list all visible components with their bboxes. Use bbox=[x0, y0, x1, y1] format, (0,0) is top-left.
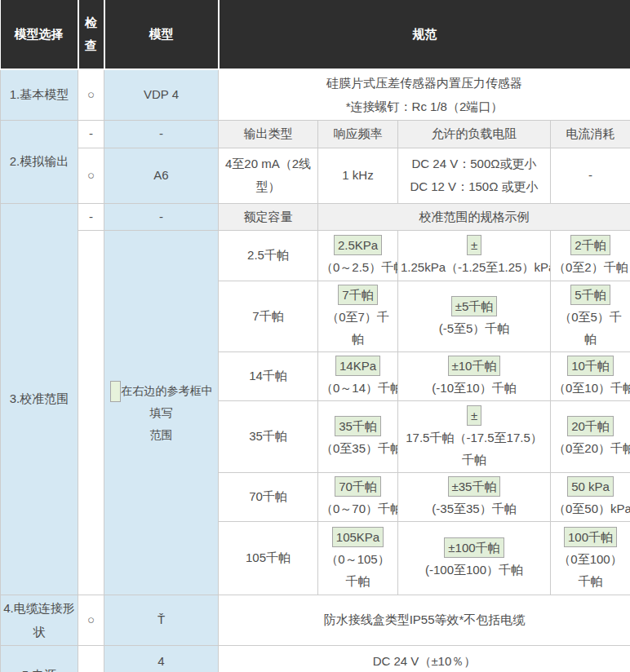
analog-output-subheader-check: - bbox=[78, 121, 104, 148]
calibration-row-2-5kpa: 在右边的参考框中填写 范围 2.5千帕 2.5KPa （0～2.5）千帕 ± 1… bbox=[1, 231, 630, 281]
range-text: （0～14）千帕 bbox=[321, 377, 395, 399]
range-badge[interactable]: 70千帕 bbox=[335, 476, 381, 497]
range-badge[interactable]: 14KPa bbox=[335, 356, 380, 376]
range-example-cell: 7千帕 （0至7）千帕 bbox=[318, 281, 398, 352]
analog-output-subheader-row: 2.模拟输出 - - 输出类型 响应频率 允许的负载电阻 电流消耗 bbox=[1, 121, 630, 148]
range-text: 17.5千帕（-17.5至17.5）千帕 bbox=[401, 427, 548, 471]
basic-model-row: 1.基本模型 ○ VDP 4 硅膜片式压差传感器内置压力传感器 *连接螺钉：Rc… bbox=[1, 69, 630, 121]
range-text: (-35至35）千帕 bbox=[401, 497, 548, 519]
range-example-cell: 10千帕 （0至10）千帕 bbox=[551, 352, 630, 401]
rated-capacity-cell: 14千帕 bbox=[219, 352, 318, 401]
range-text: (-5至5）千帕 bbox=[401, 317, 548, 339]
cable-connection-label: 4.电缆连接形状 bbox=[1, 595, 78, 646]
range-badge[interactable]: 105KPa bbox=[332, 527, 384, 547]
basic-model-check[interactable]: ○ bbox=[78, 69, 104, 121]
basic-model-code: VDP 4 bbox=[104, 69, 219, 121]
rated-capacity-cell: 70千帕 bbox=[219, 473, 318, 522]
check-circle-icon[interactable]: ○ bbox=[87, 87, 95, 101]
range-text: (-10至10）千帕 bbox=[401, 377, 548, 399]
model-selection-table: 模型选择 检查 模型 规范 1.基本模型 ○ VDP 4 硅膜片式压差传感器内置… bbox=[0, 0, 630, 672]
check-circle-icon[interactable]: ○ bbox=[87, 612, 95, 626]
output-type-value: 4至20 mA（2线型） bbox=[219, 148, 318, 203]
range-badge[interactable]: ± bbox=[467, 405, 481, 426]
range-badge[interactable]: ± bbox=[467, 235, 481, 255]
header-model-selection: 模型选择 bbox=[1, 0, 78, 69]
rated-capacity-cell: 2.5千帕 bbox=[219, 231, 318, 281]
range-badge[interactable]: ±10千帕 bbox=[448, 356, 501, 376]
load-resistance-value: DC 24 V：500Ω或更小 DC 12 V：150Ω 或更小 bbox=[398, 148, 551, 203]
subheader-range-examples: 校准范围的规格示例 bbox=[318, 203, 630, 231]
range-example-cell: ± 1.25kPa（-1.25至1.25）kPa bbox=[398, 231, 551, 281]
analog-output-label: 2.模拟输出 bbox=[1, 121, 78, 204]
calibration-check-cell[interactable] bbox=[78, 231, 104, 595]
range-badge[interactable]: 10千帕 bbox=[567, 356, 614, 376]
range-example-cell: 100千帕 （0至100）千帕 bbox=[551, 522, 630, 595]
range-badge[interactable]: 2.5KPa bbox=[334, 235, 382, 255]
model-note-line1: 在右边的参考框中填写 bbox=[122, 384, 213, 419]
table-header-row: 模型选择 检查 模型 规范 bbox=[1, 0, 630, 69]
power-supply-row-24v: 5.电源 4 DC 24 V（±10％） bbox=[1, 646, 630, 672]
range-badge[interactable]: ±35千帕 bbox=[448, 476, 501, 497]
range-badge[interactable]: ±100千帕 bbox=[444, 537, 504, 558]
cable-connection-spec: 防水接线盒类型IP55等效*不包括电缆 bbox=[219, 595, 630, 646]
range-example-cell: ±35千帕 (-35至35）千帕 bbox=[398, 473, 551, 522]
range-text: 1.25kPa（-1.25至1.25）kPa bbox=[401, 256, 548, 278]
range-example-cell: ±5千帕 (-5至5）千帕 bbox=[398, 281, 551, 352]
subheader-response-freq: 响应频率 bbox=[318, 121, 398, 148]
range-text: （0至35）千帕 bbox=[321, 437, 395, 459]
range-example-cell: 50 kPa （0至50）kPa bbox=[551, 473, 630, 522]
header-model: 模型 bbox=[104, 0, 219, 69]
range-example-cell: 35千帕 （0至35）千帕 bbox=[318, 401, 398, 473]
range-example-cell: 2千帕 （0至2）千帕 bbox=[551, 231, 630, 281]
rated-capacity-cell: 35千帕 bbox=[219, 401, 318, 473]
range-text: （0至20）千帕 bbox=[553, 437, 628, 459]
range-badge[interactable]: 50 kPa bbox=[567, 476, 614, 497]
range-text: （0～2.5）千帕 bbox=[321, 256, 395, 278]
range-text: （0～105）千帕 bbox=[321, 548, 395, 592]
range-badge[interactable]: 2千帕 bbox=[570, 235, 610, 255]
range-badge[interactable]: 7千帕 bbox=[338, 285, 377, 305]
header-specification: 规范 bbox=[219, 0, 630, 69]
range-text: （0至7）千帕 bbox=[321, 306, 395, 350]
calibration-range-label: 3.校准范围 bbox=[1, 203, 78, 595]
range-example-cell: 5千帕 （0至5）千帕 bbox=[551, 281, 630, 352]
check-circle-icon[interactable]: ○ bbox=[87, 168, 95, 182]
calibration-subheader-check: - bbox=[78, 203, 104, 231]
subheader-output-type: 输出类型 bbox=[219, 121, 318, 148]
load-resistance-line2: DC 12 V：150Ω 或更小 bbox=[401, 175, 548, 199]
rated-capacity-cell: 7千帕 bbox=[219, 281, 318, 352]
range-text: （0至100）千帕 bbox=[553, 548, 628, 592]
range-example-cell: 105KPa （0～105）千帕 bbox=[318, 522, 398, 595]
subheader-current-consumption: 电流消耗 bbox=[551, 121, 630, 148]
model-note-line2: 范围 bbox=[104, 424, 218, 446]
analog-output-subheader-model: - bbox=[104, 121, 219, 148]
analog-output-check[interactable]: ○ bbox=[78, 148, 104, 203]
range-input-box[interactable] bbox=[110, 381, 121, 402]
header-check: 检查 bbox=[78, 0, 104, 69]
range-badge[interactable]: ±5千帕 bbox=[451, 296, 498, 316]
range-example-cell: 70千帕 （0～70）千帕 bbox=[318, 473, 398, 522]
analog-output-row: ○ A6 4至20 mA（2线型） 1 kHz DC 24 V：500Ω或更小 … bbox=[1, 148, 630, 203]
range-badge[interactable]: 20千帕 bbox=[567, 416, 614, 436]
range-example-cell: 14KPa （0～14）千帕 bbox=[318, 352, 398, 401]
power-supply-check-24v[interactable] bbox=[78, 646, 104, 672]
response-freq-value: 1 kHz bbox=[318, 148, 398, 203]
range-example-cell: ± 17.5千帕（-17.5至17.5）千帕 bbox=[398, 401, 551, 473]
subheader-load-resistance: 允许的负载电阻 bbox=[398, 121, 551, 148]
range-text: （0至50）kPa bbox=[553, 497, 628, 519]
range-badge[interactable]: 35千帕 bbox=[335, 416, 381, 436]
cable-connection-row: 4.电缆连接形状 ○ Ť 防水接线盒类型IP55等效*不包括电缆 bbox=[1, 595, 630, 646]
current-consumption-value: - bbox=[551, 148, 630, 203]
calibration-subheader-row: 3.校准范围 - - 额定容量 校准范围的规格示例 bbox=[1, 203, 630, 231]
range-text: （0至2）千帕 bbox=[553, 256, 628, 278]
calibration-model-note: 在右边的参考框中填写 范围 bbox=[104, 231, 219, 595]
range-example-cell: ±10千帕 (-10至10）千帕 bbox=[398, 352, 551, 401]
range-text: （0至10）千帕 bbox=[553, 377, 628, 399]
basic-model-spec-line1: 硅膜片式压差传感器内置压力传感器 bbox=[221, 72, 628, 95]
range-badge[interactable]: 5千帕 bbox=[570, 285, 610, 305]
subheader-rated-capacity: 额定容量 bbox=[219, 203, 318, 231]
range-badge[interactable]: 100千帕 bbox=[564, 527, 617, 547]
analog-output-code: A6 bbox=[104, 148, 219, 203]
cable-connection-check[interactable]: ○ bbox=[78, 595, 104, 646]
load-resistance-line1: DC 24 V：500Ω或更小 bbox=[401, 153, 548, 176]
